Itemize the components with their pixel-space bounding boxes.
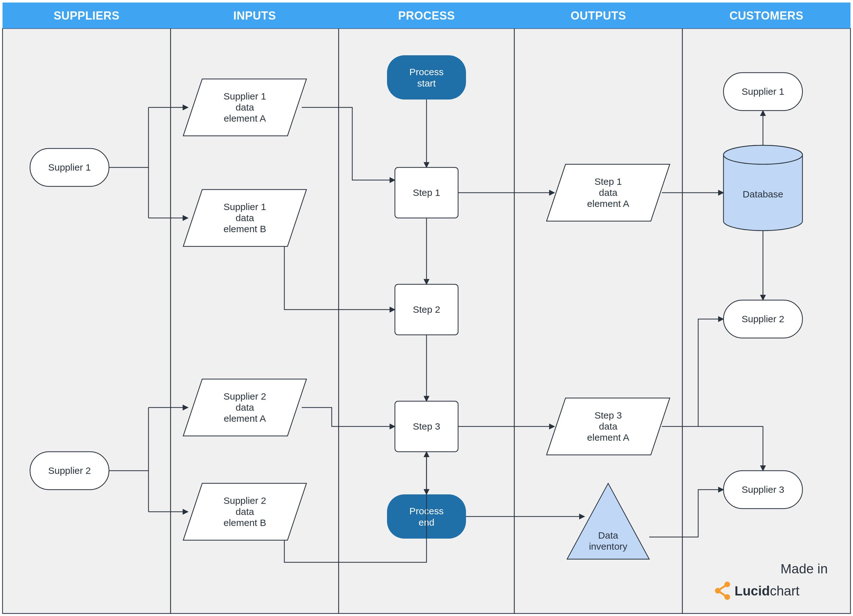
- svg-text:Supplier 2: Supplier 2: [223, 391, 266, 402]
- col-outputs: OUTPUTS: [571, 9, 626, 22]
- svg-rect-0: [3, 29, 171, 613]
- svg-text:data: data: [236, 402, 254, 413]
- svg-text:element B: element B: [223, 224, 266, 234]
- col-customers: CUSTOMERS: [730, 9, 803, 22]
- svg-text:Supplier 2: Supplier 2: [223, 495, 266, 506]
- svg-text:element A: element A: [224, 413, 266, 423]
- svg-text:data: data: [236, 507, 254, 517]
- svg-text:Supplier 1: Supplier 1: [741, 86, 784, 97]
- svg-text:data: data: [599, 187, 618, 198]
- svg-text:Supplier 1: Supplier 1: [223, 91, 266, 102]
- col-suppliers: SUPPLIERS: [54, 9, 120, 22]
- col-inputs: INPUTS: [233, 9, 276, 22]
- svg-text:Supplier 1: Supplier 1: [48, 162, 91, 173]
- svg-text:data: data: [236, 102, 254, 112]
- node-process-start: [387, 55, 466, 100]
- svg-text:Process: Process: [410, 67, 443, 77]
- made-in-label: Made in: [781, 561, 828, 576]
- svg-text:Step 3: Step 3: [595, 410, 622, 420]
- svg-text:inventory: inventory: [589, 541, 627, 552]
- svg-text:element B: element B: [223, 517, 266, 528]
- svg-text:start: start: [417, 78, 436, 88]
- svg-text:Supplier 1: Supplier 1: [223, 202, 266, 212]
- svg-text:Step 1: Step 1: [413, 187, 440, 198]
- svg-point-40: [724, 145, 803, 164]
- node-database: Database: [724, 145, 803, 231]
- svg-text:element A: element A: [587, 432, 629, 443]
- svg-text:Step 3: Step 3: [413, 421, 440, 431]
- svg-text:Supplier 3: Supplier 3: [741, 484, 784, 495]
- svg-text:Supplier 2: Supplier 2: [741, 314, 784, 324]
- col-process: PROCESS: [398, 9, 455, 22]
- brand-name: Lucidchart: [735, 583, 800, 598]
- svg-text:data: data: [236, 212, 254, 223]
- svg-text:Supplier 2: Supplier 2: [48, 465, 91, 476]
- svg-text:element A: element A: [224, 113, 266, 123]
- svg-text:Step 2: Step 2: [413, 304, 440, 315]
- svg-text:element A: element A: [587, 199, 629, 209]
- svg-text:Data: Data: [598, 530, 618, 540]
- sipoc-diagram: SUPPLIERS INPUTS PROCESS OUTPUTS CUSTOME…: [0, 0, 853, 616]
- svg-text:data: data: [599, 421, 618, 431]
- svg-text:Database: Database: [743, 189, 783, 199]
- svg-text:Step 1: Step 1: [595, 176, 622, 187]
